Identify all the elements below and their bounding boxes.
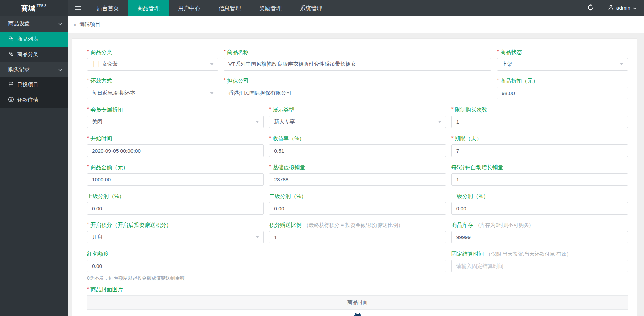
required-asterisk: * <box>224 77 226 83</box>
field-label-text: 积分赠送比例 <box>269 222 302 229</box>
text-input-5-2[interactable] <box>451 202 628 215</box>
cover-table-body <box>87 310 628 316</box>
breadcrumb: » 编辑项目 <box>68 16 644 33</box>
select-field-2-0[interactable]: 关闭 <box>87 116 264 128</box>
sidebar: 商品设置商品列表商品分类购买记录已投项目$还款详情 <box>0 16 68 316</box>
field-label: 固定结算时间（仅限 当天投资,当天还款付息 有效） <box>451 251 628 257</box>
form-field-5-1: 二级分润（%） <box>269 193 446 215</box>
sidebar-item-label: 已投项目 <box>17 81 38 88</box>
text-input-2-2[interactable] <box>451 116 628 128</box>
form-field-5-2: 三级分润（%） <box>451 193 628 215</box>
text-input-6-1[interactable] <box>269 231 446 243</box>
sidebar-item-label: 还款详情 <box>17 97 38 104</box>
select-field-1-0[interactable]: 每日返息,到期还本 <box>87 87 218 99</box>
cover-table-header: 商品封面 <box>87 295 628 310</box>
chevron-down-icon <box>633 5 637 11</box>
chevron-down-icon <box>58 23 62 25</box>
main-content: » 编辑项目 *商品分类├ ├ 女套装*商品名称*商品状态上架*还款方式每日返息… <box>68 16 644 316</box>
form-grid: *商品分类├ ├ 女套装*商品名称*商品状态上架*还款方式每日返息,到期还本*担… <box>87 49 628 281</box>
field-label-note: （库存为0时则不可购买） <box>475 222 534 229</box>
field-label-note: （最终获得积分 = 投资金额*积分赠送比例） <box>304 222 403 229</box>
topnav-item-1[interactable]: 商品管理 <box>128 0 169 16</box>
text-input-0-1[interactable] <box>224 58 491 71</box>
text-input-7-1[interactable] <box>451 260 628 272</box>
form-field-4-0: *商品金额（元） <box>87 164 264 186</box>
select-field-2-1[interactable]: 新人专享 <box>269 116 446 128</box>
text-input-7-0[interactable] <box>87 260 446 272</box>
hamburger-icon[interactable] <box>68 0 87 16</box>
topnav-item-0[interactable]: 后台首页 <box>87 0 128 16</box>
form-field-4-1: *基础虚拟销量 <box>269 164 446 186</box>
user-menu[interactable]: admin <box>602 0 644 16</box>
topnav-item-2[interactable]: 用户中心 <box>169 0 209 16</box>
text-input-4-1[interactable] <box>269 173 446 186</box>
refresh-button[interactable] <box>580 0 602 16</box>
text-input-1-2[interactable] <box>497 87 628 99</box>
text-input-4-0[interactable] <box>87 173 264 186</box>
sidebar-item-4[interactable]: 已投项目 <box>0 77 68 93</box>
form-field-2-0: *会员专属折扣关闭 <box>87 106 264 128</box>
topbar: 商城 TP5.3 后台首页商品管理用户中心信息管理奖励管理系统管理 admin <box>0 0 644 16</box>
flag-icon <box>8 81 14 88</box>
sidebar-item-label: 商品分类 <box>17 51 38 58</box>
page-title: 编辑项目 <box>79 21 100 28</box>
field-label: *展示类型 <box>269 106 446 113</box>
top-navigation: 后台首页商品管理用户中心信息管理奖励管理系统管理 <box>87 0 331 16</box>
field-label-text: 基础虚拟销量 <box>273 164 305 171</box>
sidebar-group-0[interactable]: 商品设置 <box>0 16 68 32</box>
form-field-3-1: *收益率（%） <box>269 135 446 157</box>
triangle-down-icon <box>210 92 214 94</box>
product-cover-thumbnail[interactable] <box>346 311 369 316</box>
text-input-6-2[interactable] <box>451 231 628 243</box>
field-label: *基础虚拟销量 <box>269 164 446 171</box>
field-label-text: 展示类型 <box>273 106 294 114</box>
select-field-6-0[interactable]: 开启 <box>87 231 264 243</box>
link-icon <box>8 51 14 58</box>
field-label: 商品库存（库存为0时则不可购买） <box>451 222 628 229</box>
topnav-item-4[interactable]: 奖励管理 <box>250 0 291 16</box>
form-field-0-0: *商品分类├ ├ 女套装 <box>87 49 218 71</box>
field-label: *还款方式 <box>87 78 218 84</box>
sidebar-group-label: 购买记录 <box>8 66 30 73</box>
text-input-4-2[interactable] <box>451 173 628 186</box>
field-label-text: 二级分润（%） <box>269 193 306 200</box>
text-input-5-1[interactable] <box>269 202 446 215</box>
text-input-3-2[interactable] <box>451 144 628 157</box>
required-asterisk: * <box>269 106 271 112</box>
field-label-text: 每5分钟自动增长销量 <box>451 164 503 171</box>
field-label-text: 限制购买次数 <box>455 106 487 114</box>
field-label: *商品名称 <box>224 49 491 56</box>
topnav-item-5[interactable]: 系统管理 <box>291 0 331 16</box>
required-asterisk: * <box>497 48 499 54</box>
cover-image-label: 商品封面图片 <box>90 286 123 293</box>
required-asterisk: * <box>451 106 454 112</box>
field-label-text: 三级分润（%） <box>451 193 489 200</box>
field-label: *限制购买次数 <box>451 106 628 113</box>
select-field-0-2[interactable]: 上架 <box>497 58 628 71</box>
topnav-item-3[interactable]: 信息管理 <box>209 0 250 16</box>
text-input-3-0[interactable] <box>87 144 264 157</box>
field-label-text: 商品分类 <box>90 49 112 56</box>
dollar-circle-icon: $ <box>8 97 14 104</box>
field-label-note: （仅限 当天投资,当天还款付息 有效） <box>486 251 572 257</box>
chevron-down-icon <box>58 68 62 71</box>
app-version-label: TP5.3 <box>37 4 46 8</box>
sidebar-item-label: 商品列表 <box>17 36 38 43</box>
field-label-text: 固定结算时间 <box>451 251 484 258</box>
link-icon <box>8 36 14 43</box>
sidebar-item-2[interactable]: 商品分类 <box>0 47 68 62</box>
app-logo: 商城 TP5.3 <box>0 0 68 16</box>
app-logo-text: 商城 <box>21 4 36 13</box>
double-angle-icon: » <box>73 21 77 28</box>
select-field-0-0[interactable]: ├ ├ 女套装 <box>87 58 218 71</box>
text-input-5-0[interactable] <box>87 202 264 215</box>
required-asterisk: * <box>87 77 89 83</box>
field-label: *期限（天） <box>451 135 628 142</box>
form-field-2-2: *限制购买次数 <box>451 106 628 128</box>
text-input-1-1[interactable] <box>224 87 491 99</box>
sidebar-item-5[interactable]: $还款详情 <box>0 93 68 108</box>
sidebar-item-1[interactable]: 商品列表 <box>0 32 68 47</box>
text-input-3-1[interactable] <box>269 144 446 157</box>
sidebar-group-3[interactable]: 购买记录 <box>0 62 68 77</box>
form-field-7-1: 固定结算时间（仅限 当天投资,当天还款付息 有效） <box>451 251 628 281</box>
